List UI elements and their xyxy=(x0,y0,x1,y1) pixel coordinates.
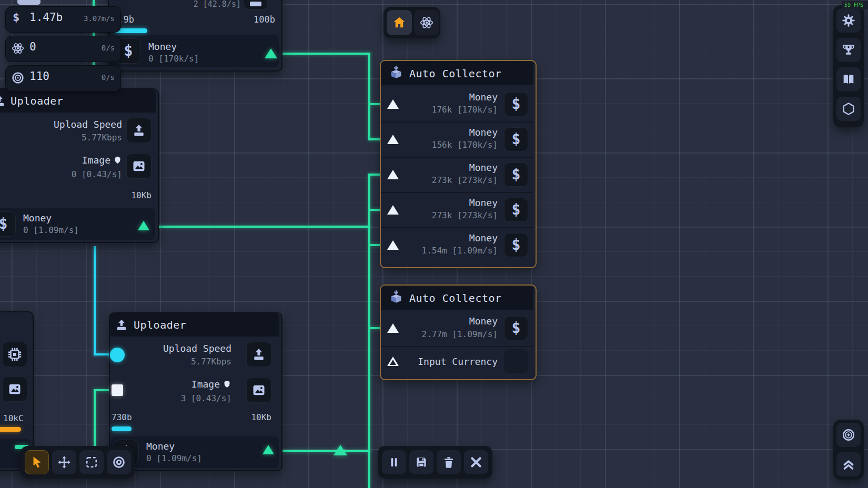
atom-icon xyxy=(419,15,434,30)
collector1-currency-button[interactable]: $ xyxy=(504,92,528,116)
uploader2-progress-label: 730b xyxy=(112,412,132,422)
dollar-icon: $ xyxy=(512,97,521,111)
uploader2-output-name: Money xyxy=(146,441,175,452)
uploader2-speed-label: Upload Speed xyxy=(121,343,231,354)
resource-points-value: 110 xyxy=(29,70,49,83)
image-icon xyxy=(251,383,266,398)
uploader2-image-label: Image xyxy=(191,379,220,390)
uploader2-speed-upgrade-button[interactable] xyxy=(246,342,271,367)
row-separator xyxy=(381,227,533,228)
flow-arrow-icon xyxy=(334,445,347,455)
uploader1-output-port-icon[interactable] xyxy=(138,221,149,230)
uploader2-image-upgrade-button[interactable] xyxy=(246,378,271,403)
generator-throughput: 2 [42.8/s] xyxy=(168,0,241,9)
generator-output-port-icon[interactable] xyxy=(265,48,277,58)
collector2-title: Auto Collector xyxy=(409,292,502,304)
box-select-tool-button[interactable] xyxy=(79,450,104,474)
collector1-row-value: 156k [170k/s] xyxy=(400,140,498,150)
bullseye-icon xyxy=(11,71,25,85)
uploader1-capacity-label: 10Kb xyxy=(105,190,152,200)
collector1-currency-button[interactable]: $ xyxy=(504,198,528,222)
generator-capacity-label: 100b xyxy=(234,14,275,25)
uploader2-speed-value: 5.77Kbps xyxy=(121,357,231,367)
resource-money-value: 1.47b xyxy=(29,11,63,24)
target-icon xyxy=(841,428,856,442)
uploader1-output-value: 0 [1.09m/s] xyxy=(23,225,79,235)
uploader2-output-port-icon[interactable] xyxy=(263,445,274,454)
upload-icon xyxy=(132,123,146,138)
collector1-currency-button[interactable]: $ xyxy=(504,127,528,151)
row-separator xyxy=(381,192,533,193)
collector1-input-port-icon[interactable] xyxy=(387,135,399,144)
row-separator xyxy=(381,346,533,347)
tab-home-button[interactable] xyxy=(387,10,412,35)
generator-output-name: Money xyxy=(148,41,177,52)
guide-button[interactable] xyxy=(836,67,861,92)
dollar-icon: $ xyxy=(512,202,521,217)
uploader1-title: Uploader xyxy=(11,95,63,107)
collector2-row-name: Money xyxy=(400,316,498,327)
dollar-icon: $ xyxy=(512,321,521,336)
uploader2-image-value: 3 [0.43/s] xyxy=(121,393,231,403)
select-tool-button[interactable] xyxy=(25,450,49,474)
circle-tool-button[interactable] xyxy=(107,450,131,474)
uploader2-capacity-label: 10Kb xyxy=(231,412,271,422)
collector2-currency-button[interactable]: $ xyxy=(504,316,528,340)
package-icon xyxy=(388,65,404,81)
fps-counter: 59 FPS xyxy=(844,2,863,8)
collector1-row-name: Money xyxy=(400,232,498,243)
circle-tool-icon xyxy=(112,455,126,470)
shield-icon xyxy=(223,380,231,389)
save-button[interactable] xyxy=(409,450,433,474)
box-select-icon xyxy=(84,455,99,470)
collector1-input-port-icon[interactable] xyxy=(387,240,399,250)
uploader1-image-label-row: Image xyxy=(21,155,122,166)
side-node-chip-button[interactable] xyxy=(2,342,27,367)
wire-topnode-out xyxy=(276,53,370,55)
collector1-currency-button[interactable]: $ xyxy=(504,162,528,187)
uploader1-image-upgrade-button[interactable] xyxy=(126,154,152,179)
settings-button[interactable] xyxy=(836,8,861,33)
dollar-icon: $ xyxy=(512,167,521,182)
collector1-input-port-icon[interactable] xyxy=(387,205,399,215)
dollar-icon: $ xyxy=(13,11,19,24)
shield-icon xyxy=(113,156,122,165)
achievements-button[interactable] xyxy=(836,38,861,62)
package-icon xyxy=(388,290,404,306)
close-button[interactable] xyxy=(464,450,488,474)
uploader2-progress-bar xyxy=(112,426,132,431)
uploader2-speed-input-port[interactable] xyxy=(110,348,125,362)
clipped-button-remnant xyxy=(17,0,41,5)
close-icon xyxy=(469,455,483,470)
wire-uploader2-out xyxy=(275,450,370,452)
collector1-currency-button[interactable]: $ xyxy=(504,233,528,257)
pause-button[interactable] xyxy=(382,450,406,474)
uploader2-title: Uploader xyxy=(134,319,186,331)
uploader1-money-icon-box: $ xyxy=(0,211,16,237)
wire-main-upper xyxy=(368,53,370,140)
collapse-button[interactable] xyxy=(836,452,861,476)
canvas[interactable]: { "fps": "59 FPS", "currency": "$", "res… xyxy=(0,0,868,488)
recenter-button[interactable] xyxy=(836,423,861,447)
dollar-icon: $ xyxy=(512,238,521,252)
collector1-input-port-icon[interactable] xyxy=(387,170,399,179)
upload-icon xyxy=(115,318,128,332)
collector2-empty-slot[interactable] xyxy=(504,349,528,373)
modules-button[interactable] xyxy=(836,97,861,121)
side-node-progress-bar xyxy=(0,427,21,432)
collector2-empty-port-icon[interactable] xyxy=(387,357,399,366)
tab-research-button[interactable] xyxy=(414,10,439,35)
generator-buy-button[interactable] xyxy=(244,0,268,9)
move-tool-button[interactable] xyxy=(52,450,76,474)
move-icon xyxy=(57,455,72,470)
collector2-input-port-icon[interactable] xyxy=(387,323,399,333)
uploader1-speed-upgrade-button[interactable] xyxy=(126,118,152,143)
delete-button[interactable] xyxy=(437,450,461,474)
side-node-image-button[interactable] xyxy=(2,377,27,402)
hexagon-icon xyxy=(841,101,856,116)
collector1-input-port-icon[interactable] xyxy=(387,99,399,109)
dollar-icon: $ xyxy=(124,44,133,58)
resource-points-rate: 0/s xyxy=(80,73,115,82)
trophy-icon xyxy=(841,43,856,57)
uploader2-image-input-port[interactable] xyxy=(112,384,123,396)
